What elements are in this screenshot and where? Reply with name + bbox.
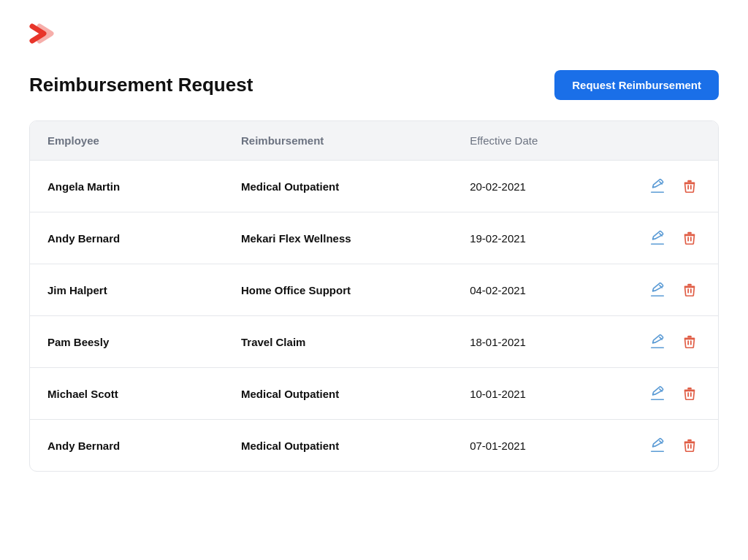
edit-button[interactable] [646,331,668,353]
edit-icon [649,178,665,194]
edit-button[interactable] [646,383,668,404]
cell-reimbursement: Mekari Flex Wellness [224,212,452,264]
table-row: Michael Scott Medical Outpatient 10-01-2… [30,368,718,420]
cell-actions [611,161,718,212]
cell-reimbursement: Travel Claim [224,316,452,368]
cell-reimbursement: Home Office Support [224,264,452,316]
svg-rect-4 [687,237,689,241]
svg-rect-7 [687,288,689,293]
svg-rect-5 [690,237,692,241]
col-header-actions [611,121,718,161]
svg-rect-10 [687,340,689,345]
cell-employee: Michael Scott [30,368,224,420]
cell-reimbursement: Medical Outpatient [224,368,452,420]
edit-icon [649,334,665,350]
cell-actions [611,368,718,420]
logo-area [29,23,719,47]
logo-icon [29,23,56,44]
table-row: Andy Bernard Medical Outpatient 07-01-20… [30,420,718,472]
action-icons [628,175,701,197]
delete-button[interactable] [679,227,701,249]
table-body: Angela Martin Medical Outpatient 20-02-2… [30,161,718,472]
edit-icon [649,437,665,453]
cell-effective-date: 04-02-2021 [452,264,611,316]
cell-effective-date: 07-01-2021 [452,420,611,472]
request-reimbursement-button[interactable]: Request Reimbursement [554,70,719,100]
edit-icon [649,230,665,246]
svg-rect-11 [690,340,692,345]
reimbursement-table: Employee Reimbursement Effective Date An… [30,121,718,471]
edit-icon [649,386,665,402]
edit-button[interactable] [646,227,668,249]
cell-actions [611,420,718,472]
cell-effective-date: 20-02-2021 [452,161,611,212]
svg-rect-2 [690,185,692,189]
cell-actions [611,264,718,316]
table-row: Angela Martin Medical Outpatient 20-02-2… [30,161,718,212]
action-icons [628,227,701,249]
reimbursement-table-container: Employee Reimbursement Effective Date An… [29,120,719,472]
svg-rect-17 [690,444,692,448]
cell-effective-date: 18-01-2021 [452,316,611,368]
action-icons [628,279,701,301]
cell-employee: Jim Halpert [30,264,224,316]
cell-employee: Angela Martin [30,161,224,212]
delete-button[interactable] [679,175,701,197]
svg-rect-14 [690,392,692,396]
page-header: Reimbursement Request Request Reimbursem… [29,70,719,100]
svg-rect-13 [687,392,689,396]
cell-employee: Pam Beesly [30,316,224,368]
cell-reimbursement: Medical Outpatient [224,420,452,472]
delete-icon [682,178,698,194]
cell-effective-date: 19-02-2021 [452,212,611,264]
col-header-effective-date: Effective Date [452,121,611,161]
cell-effective-date: 10-01-2021 [452,368,611,420]
edit-button[interactable] [646,434,668,456]
svg-rect-8 [690,288,692,293]
cell-actions [611,212,718,264]
edit-button[interactable] [646,279,668,301]
table-header: Employee Reimbursement Effective Date [30,121,718,161]
delete-button[interactable] [679,279,701,301]
cell-employee: Andy Bernard [30,420,224,472]
action-icons [628,331,701,353]
svg-rect-16 [687,444,689,448]
delete-icon [682,282,698,298]
delete-button[interactable] [679,383,701,404]
cell-reimbursement: Medical Outpatient [224,161,452,212]
table-row: Jim Halpert Home Office Support 04-02-20… [30,264,718,316]
action-icons [628,383,701,404]
delete-icon [682,437,698,453]
action-icons [628,434,701,456]
delete-icon [682,334,698,350]
col-header-reimbursement: Reimbursement [224,121,452,161]
table-row: Andy Bernard Mekari Flex Wellness 19-02-… [30,212,718,264]
page-title: Reimbursement Request [29,74,253,96]
delete-button[interactable] [679,331,701,353]
table-header-row: Employee Reimbursement Effective Date [30,121,718,161]
delete-icon [682,230,698,246]
delete-button[interactable] [679,434,701,456]
svg-rect-1 [687,185,689,189]
cell-actions [611,316,718,368]
delete-icon [682,386,698,402]
table-row: Pam Beesly Travel Claim 18-01-2021 [30,316,718,368]
edit-button[interactable] [646,175,668,197]
col-header-employee: Employee [30,121,224,161]
cell-employee: Andy Bernard [30,212,224,264]
edit-icon [649,282,665,298]
